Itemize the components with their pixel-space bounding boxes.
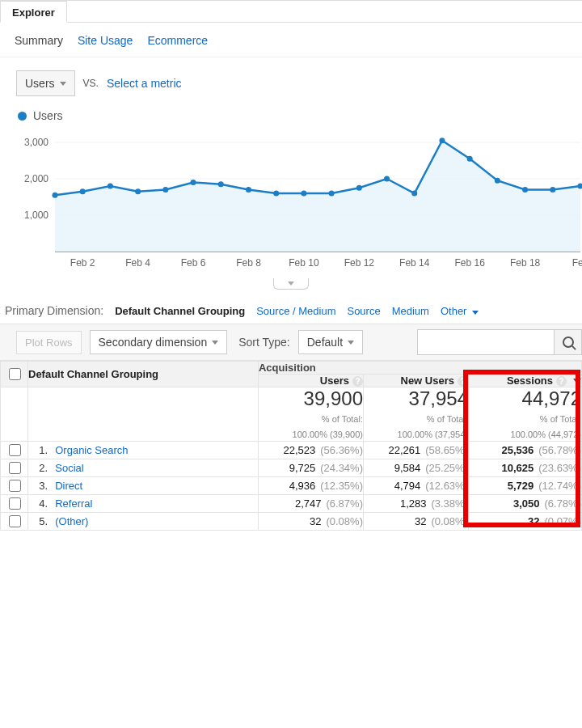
help-icon[interactable]: ? [352,376,363,387]
cell-sessions: 10,625(23.63%) [468,459,581,476]
channel-link[interactable]: Social [55,462,83,474]
cell-sessions: 5,729(12.74%) [468,476,581,494]
svg-point-22 [191,180,196,185]
dimension-source-medium[interactable]: Source / Medium [256,305,335,317]
svg-point-27 [329,191,335,197]
cell-users: 2,747(6.87%) [258,494,363,512]
cell-new-users: 22,261(58.65%) [363,441,468,459]
svg-point-19 [108,184,113,189]
svg-point-18 [80,188,86,194]
svg-text:3,000: 3,000 [24,137,48,148]
dimension-medium[interactable]: Medium [392,305,429,317]
svg-point-26 [301,191,306,197]
caret-down-icon [472,311,479,315]
help-icon[interactable]: ? [556,376,567,387]
svg-point-23 [218,181,224,187]
svg-text:Feb 6: Feb 6 [181,257,206,269]
table-search-input[interactable] [417,329,555,355]
svg-point-30 [411,191,417,197]
svg-text:Feb 12: Feb 12 [344,257,375,269]
svg-text:Feb 4: Feb 4 [125,257,150,269]
svg-point-20 [135,188,141,194]
sort-descending-icon [573,379,581,384]
legend-dot-icon [18,112,27,121]
svg-point-34 [522,187,528,193]
subtab-summary[interactable]: Summary [15,34,63,47]
row-index: 3. [28,480,49,492]
cell-sessions: 3,050(6.78%) [468,494,581,512]
row-index: 5. [28,515,49,527]
metric-primary-label: Users [25,77,55,90]
subtab-ecommerce[interactable]: Ecommerce [147,34,208,47]
svg-point-21 [162,187,168,193]
cell-users: 9,725(24.34%) [258,459,363,476]
svg-text:Feb: Feb [572,257,582,269]
cell-new-users: 1,283(3.38%) [363,494,468,512]
cell-users: 4,936(12.35%) [258,476,363,494]
svg-text:Feb 18: Feb 18 [510,257,541,269]
dimension-source[interactable]: Source [347,305,380,317]
svg-text:Feb 10: Feb 10 [289,257,319,269]
row-checkbox[interactable] [9,480,21,492]
column-header-new-users[interactable]: New Users? [363,375,468,387]
column-header-channel[interactable]: Default Channel Grouping [28,362,259,387]
chevron-down-icon [288,281,294,286]
column-header-sessions[interactable]: Sessions? [468,375,581,387]
svg-text:Feb 16: Feb 16 [454,257,485,269]
svg-point-33 [495,178,500,184]
help-icon[interactable]: ? [458,376,468,387]
secondary-dimension-label: Secondary dimension [99,336,208,349]
row-checkbox[interactable] [9,497,21,510]
secondary-dimension-dropdown[interactable]: Secondary dimension [90,330,228,354]
column-header-users[interactable]: Users? [258,375,363,387]
legend-users-label: Users [33,109,63,122]
svg-point-29 [384,176,390,182]
table-row: 2. Social 9,725(24.34%) 9,584(25.25%) 10… [1,459,582,476]
svg-text:Feb 8: Feb 8 [236,257,261,269]
cell-users: 22,523(56.36%) [258,441,363,459]
select-metric-link[interactable]: Select a metric [107,77,182,90]
caret-down-icon [60,82,66,86]
table-row: 1. Organic Search 22,523(56.36%) 22,261(… [1,441,582,459]
row-checkbox[interactable] [9,515,21,527]
dimension-default-channel[interactable]: Default Channel Grouping [115,305,245,317]
table-search-button[interactable] [555,329,582,355]
cell-new-users: 32(0.08%) [363,512,468,530]
vs-label: VS. [83,78,99,89]
dimension-other-dropdown[interactable]: Other [441,305,479,317]
dimension-other-label: Other [441,305,467,317]
row-checkbox[interactable] [9,462,21,474]
column-group-acquisition: Acquisition [258,362,581,375]
svg-point-28 [356,185,362,191]
row-index: 1. [28,444,49,456]
subtab-site-usage[interactable]: Site Usage [78,34,133,47]
sort-type-dropdown[interactable]: Default [298,330,363,354]
channel-link[interactable]: Direct [55,480,82,492]
channel-link[interactable]: (Other) [55,515,88,527]
row-index: 4. [28,497,49,510]
search-icon [563,336,574,348]
totals-sessions: 44,972 % of Total: 100.00% (44,972) [468,387,581,442]
row-checkbox[interactable] [9,444,21,456]
caret-down-icon [348,341,354,345]
svg-point-32 [467,156,473,162]
sort-type-label: Sort Type: [238,336,290,349]
cell-users: 32(0.08%) [258,512,363,530]
column-header-new-users-label: New Users [401,375,454,387]
chart-expand-handle[interactable] [273,278,309,290]
row-index: 2. [28,462,49,474]
cell-new-users: 9,584(25.25%) [363,459,468,476]
svg-point-17 [53,193,58,198]
channel-link[interactable]: Organic Search [55,444,128,456]
channel-link[interactable]: Referral [55,497,92,510]
cell-sessions: 32(0.07%) [468,512,581,530]
svg-text:Feb 2: Feb 2 [70,257,95,269]
cell-new-users: 4,794(12.63%) [363,476,468,494]
tab-explorer[interactable]: Explorer [0,1,67,23]
select-all-checkbox[interactable] [9,368,21,380]
sort-type-value: Default [307,336,343,349]
column-header-users-label: Users [320,375,349,387]
users-line-chart[interactable]: 1,0002,0003,000Feb 2Feb 4Feb 6Feb 8Feb 1… [0,122,582,280]
table-row: 5. (Other) 32(0.08%) 32(0.08%) 32(0.07%) [1,512,582,530]
metric-primary-dropdown[interactable]: Users [16,70,75,96]
